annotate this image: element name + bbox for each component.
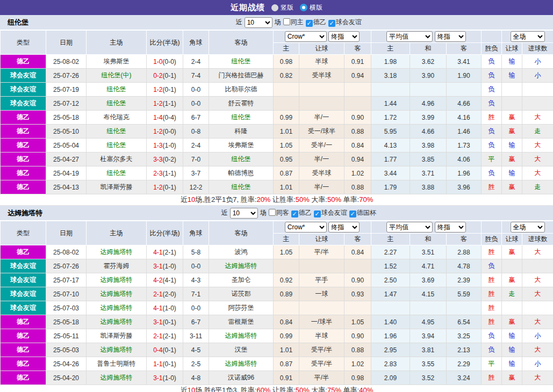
summary-stat-value: 50%	[296, 386, 310, 392]
away-team: 雷根斯堡	[209, 315, 274, 329]
summary-stat-label: 场,胜6平1负3, 胜率:	[195, 386, 256, 392]
corner-count: 2-4	[183, 139, 209, 153]
bookmaker-select[interactable]: Crow*	[285, 222, 327, 233]
fulltime-score: 1-2	[153, 184, 162, 191]
win-lose-result: 胜	[482, 273, 502, 287]
checkbox-checked-icon[interactable]: ✓	[328, 20, 335, 27]
title-bar: 近期战绩 竖版 横版	[0, 0, 553, 15]
win-lose-result: 负	[482, 343, 502, 357]
handicap-result: 赢	[502, 273, 522, 287]
score-cell: 3-1(1-0)	[147, 259, 183, 273]
crow-away-odds	[344, 301, 371, 315]
match-count-select[interactable]: 10	[230, 208, 258, 219]
avg-odds-stage-select[interactable]: 终指	[435, 31, 466, 42]
goals-result: 大	[522, 343, 553, 357]
home-team: 埃弗斯堡	[87, 55, 147, 69]
match-row: 德乙25-04-20达姆施塔特3-1(1-0)4-8汉诺威960.91平/半0.…	[1, 371, 553, 385]
crow-sub-header: 主	[274, 234, 299, 245]
away-team: 达姆施塔特	[209, 357, 274, 371]
checkbox-checked-icon[interactable]: ✓	[314, 210, 321, 217]
filter-checkbox[interactable]: 同主	[283, 18, 304, 27]
match-type-badge: 球会友谊	[1, 259, 46, 273]
score-cell: 1-2(1-1)	[147, 97, 183, 111]
team-name: 纽伦堡	[0, 18, 28, 27]
fulltime-score: 2-1	[153, 291, 162, 298]
home-team: 布伦瑞克	[87, 111, 147, 125]
avg-away-odds: 1.90	[447, 69, 482, 83]
column-header: 主场	[87, 221, 147, 245]
score-cell: 0-4(0-1)	[147, 343, 183, 357]
avg-odds-stage-select[interactable]: 终指	[435, 222, 466, 233]
match-count-select[interactable]: 10	[245, 17, 272, 28]
radio-vertical-icon[interactable]	[271, 4, 278, 11]
crow-odds-stage-select[interactable]: 终指	[328, 222, 360, 233]
crow-odds-stage-select[interactable]: 终指	[328, 31, 360, 42]
games-label: 场	[260, 208, 267, 217]
summary-row: 近10场,胜2平1负7, 胜率:20% 让胜率:50% 大率:50% 单率:70…	[1, 194, 553, 206]
match-date: 25-07-26	[46, 259, 87, 273]
filter-checkbox-label: 球会友谊	[336, 18, 362, 26]
filter-checkbox[interactable]: ✓德国杯	[349, 208, 376, 217]
fullmatch-sub-header: 进球数	[522, 234, 553, 245]
radio-vertical-layout[interactable]: 竖版	[271, 3, 293, 12]
filter-checkbox[interactable]: 同客	[269, 208, 289, 217]
away-team: 纽伦堡	[209, 55, 274, 69]
filter-checkbox[interactable]: ✓德乙	[291, 208, 312, 217]
avg-home-odds	[371, 83, 410, 97]
checkbox-checked-icon[interactable]: ✓	[291, 210, 298, 217]
avg-away-odds	[447, 301, 482, 315]
fulltime-score: 4-1	[153, 304, 162, 312]
avg-home-odds: 2.95	[371, 343, 410, 357]
summary-stat-label: 大率:	[310, 386, 327, 392]
checkbox-unchecked-icon[interactable]	[283, 18, 290, 25]
filter-checkbox[interactable]: ✓球会友谊	[328, 18, 362, 27]
avg-draw-odds: 3.71	[410, 166, 447, 180]
checkbox-checked-icon[interactable]: ✓	[306, 20, 313, 27]
halftime-score: (0-1)	[163, 318, 176, 326]
fulltime-score: 0-2	[153, 72, 162, 79]
crow-handicap: 半球	[299, 55, 344, 69]
filter-checkbox[interactable]: ✓德乙	[306, 18, 326, 27]
corner-count: 4-8	[183, 371, 209, 385]
home-team: 纽伦堡	[87, 83, 147, 97]
halftime-score: (0-4)	[163, 114, 176, 121]
avg-away-odds: 2.29	[447, 357, 482, 371]
crow-home-odds: 1.01	[274, 343, 299, 357]
page-title: 近期战绩	[231, 3, 265, 13]
fullmatch-select[interactable]: 全场	[511, 31, 545, 42]
average-select[interactable]: 平均值	[386, 222, 433, 233]
away-team: 汉诺威96	[209, 371, 274, 385]
halftime-score: (0-1)	[163, 72, 176, 79]
match-row: 德乙25-05-18布伦瑞克1-4(0-4)6-7纽伦堡0.99半/一0.901…	[1, 111, 553, 125]
match-date: 25-08-02	[46, 245, 87, 259]
avg-draw-odds: 3.51	[410, 245, 447, 259]
home-team: 达姆施塔特	[87, 273, 147, 287]
score-cell: 3-1(1-0)	[147, 371, 183, 385]
filter-checkbox[interactable]: ✓球会友谊	[314, 208, 347, 217]
goals-result: 走	[522, 180, 553, 194]
halftime-score: (2-0)	[163, 291, 176, 298]
crow-handicap: 受平/半	[299, 343, 344, 357]
fullmatch-select[interactable]: 全场	[511, 222, 545, 233]
crow-handicap	[299, 259, 344, 273]
avg-away-odds: 3.25	[447, 329, 482, 343]
average-select[interactable]: 平均值	[386, 31, 433, 42]
checkbox-checked-icon[interactable]: ✓	[349, 210, 356, 217]
radio-horizontal-layout[interactable]: 横版	[300, 3, 322, 12]
win-lose-result: 胜	[482, 301, 502, 315]
win-lose-result: 负	[482, 83, 502, 97]
crow-handicap: 受半球	[299, 166, 344, 180]
avg-away-odds: 3.24	[447, 371, 482, 385]
checkbox-unchecked-icon[interactable]	[269, 209, 276, 216]
home-team: 纽伦堡	[87, 97, 147, 111]
crow-away-odds: 0.94	[344, 153, 371, 166]
fulltime-score: 1-4	[153, 114, 162, 121]
filter-checkbox-label: 德乙	[313, 18, 326, 26]
halftime-score: (1-0)	[163, 304, 176, 312]
avg-draw-odds: 3.62	[410, 55, 447, 69]
avg-sub-header: 和	[410, 43, 447, 55]
radio-horizontal-icon[interactable]	[300, 4, 307, 11]
bookmaker-select[interactable]: Crow*	[285, 31, 327, 42]
crow-away-odds	[344, 97, 371, 111]
match-row: 球会友谊25-07-10达姆施塔特2-1(2-0)7-1诺茨郡0.89一球0.9…	[1, 287, 553, 301]
